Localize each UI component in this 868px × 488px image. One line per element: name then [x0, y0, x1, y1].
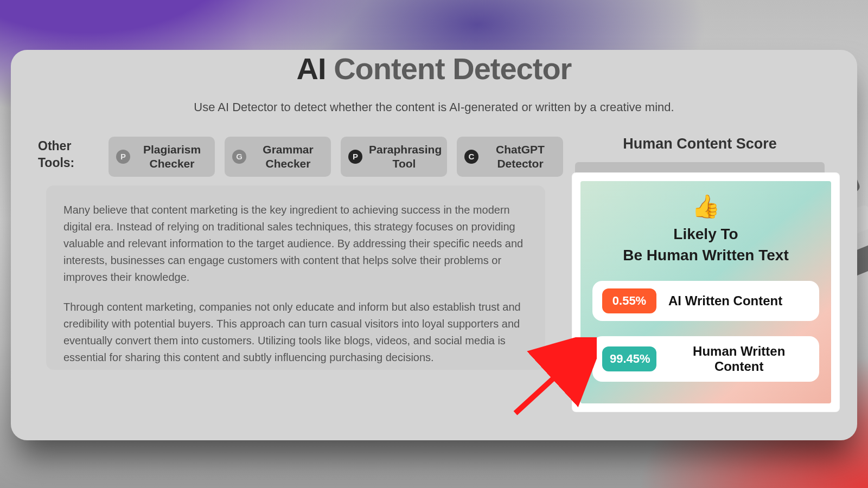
score-card: 👍 Likely To Be Human Written Text 0.55% … — [573, 174, 839, 411]
verdict-line-1: Likely To — [673, 226, 738, 242]
tool-label: Paraphrasing Tool — [369, 143, 439, 171]
tool-chatgpt-detector[interactable]: C ChatGPT Detector — [457, 137, 563, 177]
badge-p2-icon: P — [348, 150, 362, 164]
hero: AI Content Detector Use AI Detector to d… — [11, 50, 857, 114]
metric-human: 99.45% Human Written Content — [592, 336, 819, 382]
title-rest: Content Detector — [326, 52, 572, 86]
content-paragraph-1: Many believe that content marketing is t… — [63, 202, 528, 286]
tool-plagiarism-checker[interactable]: P Plagiarism Checker — [108, 137, 215, 177]
ai-percentage-badge: 0.55% — [602, 288, 656, 313]
badge-c-icon: C — [464, 150, 478, 164]
human-percentage-badge: 99.45% — [602, 346, 656, 371]
tool-label: Grammar Checker — [253, 143, 323, 171]
human-label: Human Written Content — [668, 344, 809, 374]
ai-label: AI Written Content — [668, 293, 782, 309]
other-tools-label: Other Tools: — [38, 137, 108, 171]
verdict-text: Likely To Be Human Written Text — [592, 223, 819, 266]
badge-p-icon: P — [116, 150, 130, 164]
content-paragraph-2: Through content marketing, companies not… — [63, 299, 528, 366]
score-section: Human Content Score — [570, 136, 830, 176]
metric-ai: 0.55% AI Written Content — [592, 281, 819, 321]
page-title: AI Content Detector — [11, 51, 857, 86]
score-card-inner: 👍 Likely To Be Human Written Text 0.55% … — [580, 181, 831, 403]
app-window: AI Content Detector Use AI Detector to d… — [11, 50, 857, 440]
badge-g-icon: G — [232, 150, 246, 164]
score-title: Human Content Score — [570, 136, 830, 152]
verdict-line-2: Be Human Written Text — [623, 247, 788, 264]
tool-paraphrasing[interactable]: P Paraphrasing Tool — [341, 137, 447, 177]
page-subtitle: Use AI Detector to detect whether the co… — [11, 100, 857, 114]
thumbs-up-icon: 👍 — [592, 195, 819, 218]
input-text-area[interactable]: Many believe that content marketing is t… — [46, 185, 545, 370]
tool-label: ChatGPT Detector — [485, 143, 556, 171]
title-ai: AI — [297, 52, 326, 86]
tool-grammar-checker[interactable]: G Grammar Checker — [225, 137, 331, 177]
tool-buttons: P Plagiarism Checker G Grammar Checker P… — [108, 137, 563, 177]
tool-label: Plagiarism Checker — [137, 143, 207, 171]
